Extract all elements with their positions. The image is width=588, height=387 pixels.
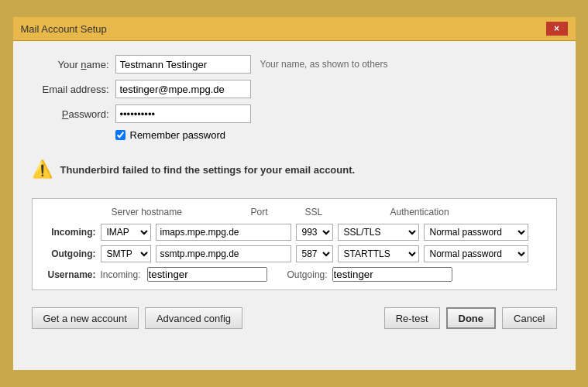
remember-checkbox[interactable] bbox=[115, 130, 126, 140]
button-bar: Get a new account Advanced config Re-tes… bbox=[32, 303, 557, 332]
incoming-ssl-select[interactable]: SSL/TLS STARTTLS None bbox=[338, 224, 419, 241]
incoming-row: Incoming: IMAP POP3 993 143 110 SSL/TLS … bbox=[42, 224, 547, 241]
col-auth-label: Authentication bbox=[390, 207, 507, 217]
outgoing-auth-select[interactable]: Normal password Encrypted password Kerbe… bbox=[424, 245, 528, 262]
name-hint: Your name, as shown to others bbox=[260, 59, 388, 70]
outgoing-ssl-select[interactable]: STARTTLS SSL/TLS None bbox=[338, 245, 419, 262]
incoming-hostname-input[interactable] bbox=[156, 224, 291, 241]
dialog-title: Mail Account Setup bbox=[21, 23, 107, 35]
form-section: Your name: Your name, as shown to others… bbox=[32, 55, 557, 141]
col-port-label: Port bbox=[251, 207, 305, 217]
title-bar: Mail Account Setup × bbox=[13, 17, 576, 41]
email-label: Email address: bbox=[32, 84, 109, 95]
new-account-button[interactable]: Get a new account bbox=[32, 307, 139, 329]
col-ssl-label: SSL bbox=[305, 207, 390, 217]
email-row: Email address: bbox=[32, 80, 557, 98]
warning-text: Thunderbird failed to find the settings … bbox=[60, 164, 356, 176]
warning-icon: ⚠️ bbox=[32, 159, 53, 180]
incoming-sublabel: Incoming: bbox=[101, 269, 141, 280]
retest-button[interactable]: Re-test bbox=[384, 307, 440, 329]
outgoing-label: Outgoing: bbox=[42, 248, 96, 259]
outgoing-protocol-select[interactable]: SMTP bbox=[101, 245, 151, 262]
outgoing-username-sublabel: Outgoing: bbox=[287, 269, 328, 280]
name-label: Your name: bbox=[32, 59, 109, 70]
warning-bar: ⚠️ Thunderbird failed to find the settin… bbox=[32, 152, 557, 187]
remember-label[interactable]: Remember password bbox=[130, 129, 226, 141]
outgoing-hostname-input[interactable] bbox=[156, 245, 291, 262]
incoming-label: Incoming: bbox=[42, 227, 96, 238]
col-server-label: Server hostname bbox=[112, 207, 251, 217]
password-input[interactable] bbox=[115, 104, 251, 123]
name-input[interactable] bbox=[115, 55, 251, 74]
password-label: Password: bbox=[32, 108, 109, 120]
remember-row: Remember password bbox=[115, 129, 557, 141]
incoming-port-select[interactable]: 993 143 110 bbox=[296, 224, 333, 241]
config-section: Server hostname Port SSL Authentication … bbox=[32, 198, 557, 290]
username-row: Username: Incoming: Outgoing: bbox=[42, 267, 547, 282]
dialog-body: Your name: Your name, as shown to others… bbox=[13, 41, 576, 370]
outgoing-row: Outgoing: SMTP 587 465 25 STARTTLS SSL/T… bbox=[42, 245, 547, 262]
cancel-button[interactable]: Cancel bbox=[502, 307, 556, 329]
name-row: Your name: Your name, as shown to others bbox=[32, 55, 557, 74]
close-button[interactable]: × bbox=[546, 22, 568, 36]
incoming-username-input[interactable] bbox=[147, 267, 267, 282]
advanced-config-button[interactable]: Advanced config bbox=[145, 307, 242, 329]
btn-group-left: Get a new account Advanced config bbox=[32, 307, 243, 329]
password-row: Password: bbox=[32, 104, 557, 123]
config-header: Server hostname Port SSL Authentication bbox=[42, 207, 547, 217]
outgoing-port-select[interactable]: 587 465 25 bbox=[296, 245, 333, 262]
btn-group-right: Re-test Done Cancel bbox=[384, 307, 557, 329]
email-input[interactable] bbox=[115, 80, 251, 98]
username-label: Username: bbox=[42, 269, 96, 280]
done-button[interactable]: Done bbox=[446, 307, 497, 329]
dialog: Mail Account Setup × Your name: Your nam… bbox=[12, 15, 577, 372]
outgoing-username-input[interactable] bbox=[332, 267, 452, 282]
incoming-protocol-select[interactable]: IMAP POP3 bbox=[101, 224, 151, 241]
incoming-auth-select[interactable]: Normal password Encrypted password Kerbe… bbox=[424, 224, 528, 241]
